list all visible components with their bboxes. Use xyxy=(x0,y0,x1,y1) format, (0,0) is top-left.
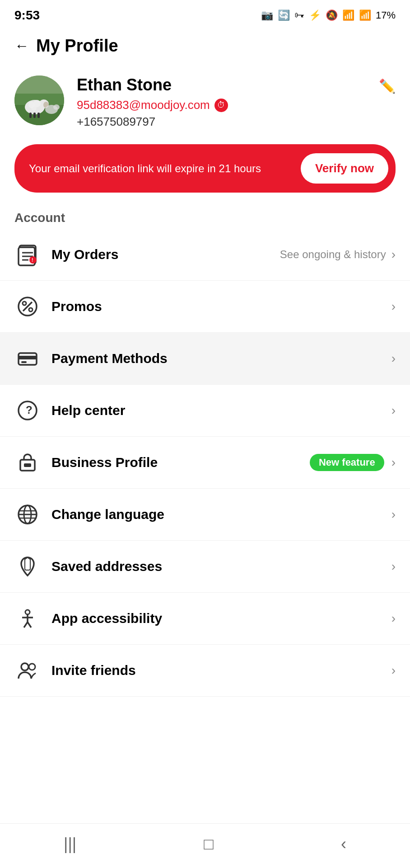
invite-icon xyxy=(14,657,41,684)
mute-icon: 🔕 xyxy=(326,9,338,21)
profile-phone: +16575089797 xyxy=(77,115,396,129)
language-label: Change language xyxy=(51,507,391,522)
accessibility-label: App accessibility xyxy=(51,611,391,626)
payment-chevron: › xyxy=(391,351,396,366)
svg-point-44 xyxy=(29,664,35,670)
menu-item-payment-methods[interactable]: Payment Methods › xyxy=(0,333,410,385)
nav-menu-button[interactable]: ||| xyxy=(64,835,76,854)
language-icon xyxy=(14,501,41,528)
svg-rect-7 xyxy=(33,113,36,118)
svg-point-24 xyxy=(29,308,33,311)
orders-label: My Orders xyxy=(51,247,280,262)
menu-item-saved-addresses[interactable]: Saved addresses › xyxy=(0,541,410,593)
profile-name: Ethan Stone xyxy=(77,75,396,94)
page-title: My Profile xyxy=(36,36,118,56)
signal-icon: 📶 xyxy=(359,9,371,21)
accessibility-chevron: › xyxy=(391,611,396,626)
menu-item-promos[interactable]: Promos › xyxy=(0,281,410,333)
verify-now-button[interactable]: Verify now xyxy=(301,153,388,184)
menu-item-help-center[interactable]: ? Help center › xyxy=(0,385,410,437)
payment-icon xyxy=(14,345,41,372)
business-icon xyxy=(14,449,41,476)
business-label: Business Profile xyxy=(51,455,310,470)
addresses-chevron: › xyxy=(391,559,396,574)
svg-line-42 xyxy=(28,622,31,627)
profile-section: Ethan Stone 95d88383@moodjoy.com ⏱ +1657… xyxy=(0,65,410,140)
svg-text:!: ! xyxy=(32,258,33,263)
clock-icon: ⏱ xyxy=(214,99,228,112)
status-icons: 📷 🔄 🗝 ⚡ 🔕 📶 📶 17% xyxy=(261,9,396,21)
business-chevron: › xyxy=(391,455,396,470)
profile-email: 95d88383@moodjoy.com xyxy=(77,98,210,112)
new-feature-badge: New feature xyxy=(310,454,384,471)
svg-text:?: ? xyxy=(26,404,33,416)
avatar xyxy=(14,75,64,125)
invite-chevron: › xyxy=(391,663,396,678)
help-label: Help center xyxy=(51,403,391,418)
svg-point-23 xyxy=(23,302,26,305)
svg-rect-27 xyxy=(21,361,27,363)
camera-icon: 📷 xyxy=(261,9,273,21)
promos-label: Promos xyxy=(51,299,391,314)
menu-item-app-accessibility[interactable]: App accessibility › xyxy=(0,593,410,645)
svg-rect-8 xyxy=(37,113,40,118)
battery-indicator: 17% xyxy=(376,9,396,21)
help-icon: ? xyxy=(14,397,41,424)
promos-icon xyxy=(14,293,41,320)
svg-rect-26 xyxy=(19,356,37,359)
svg-point-38 xyxy=(25,610,30,614)
orders-icon: ! xyxy=(14,241,41,268)
promos-chevron: › xyxy=(391,299,396,314)
verify-banner: Your email verification link will expire… xyxy=(14,144,396,193)
menu-item-business-profile[interactable]: Business Profile New feature › xyxy=(0,437,410,489)
orders-sublabel: See ongoing & history xyxy=(280,248,386,261)
svg-point-43 xyxy=(21,663,28,670)
sim-icon: 🔄 xyxy=(278,9,290,21)
svg-line-41 xyxy=(24,622,28,627)
svg-point-11 xyxy=(31,105,37,111)
account-section-label: Account xyxy=(0,202,410,229)
menu-item-my-orders[interactable]: ! My Orders See ongoing & history › xyxy=(0,229,410,281)
addresses-label: Saved addresses xyxy=(51,559,391,574)
profile-info: Ethan Stone 95d88383@moodjoy.com ⏱ +1657… xyxy=(77,75,396,129)
addresses-icon xyxy=(14,553,41,580)
menu-item-change-language[interactable]: Change language › xyxy=(0,489,410,541)
wifi-icon: 📶 xyxy=(342,9,354,21)
language-chevron: › xyxy=(391,507,396,522)
orders-chevron: › xyxy=(391,247,396,262)
svg-rect-31 xyxy=(24,463,31,467)
bottom-nav: ||| □ ‹ xyxy=(0,823,410,868)
svg-rect-6 xyxy=(29,113,32,118)
svg-line-22 xyxy=(23,302,32,311)
nav-home-button[interactable]: □ xyxy=(204,835,214,854)
accessibility-icon xyxy=(14,605,41,632)
menu-item-invite-friends[interactable]: Invite friends › xyxy=(0,645,410,697)
verify-message: Your email verification link will expire… xyxy=(29,161,301,176)
status-bar: 9:53 📷 🔄 🗝 ⚡ 🔕 📶 📶 17% xyxy=(0,0,410,27)
invite-label: Invite friends xyxy=(51,663,391,678)
bluetooth-icon: ⚡ xyxy=(309,9,321,21)
back-button[interactable]: ← xyxy=(14,38,29,54)
status-time: 9:53 xyxy=(14,8,40,23)
profile-email-row: 95d88383@moodjoy.com ⏱ xyxy=(77,98,396,112)
header: ← My Profile xyxy=(0,27,410,65)
svg-point-13 xyxy=(53,104,60,110)
edit-profile-button[interactable]: ✏️ xyxy=(379,78,396,94)
help-chevron: › xyxy=(391,403,396,418)
payment-label: Payment Methods xyxy=(51,351,391,366)
key-icon: 🗝 xyxy=(294,9,304,21)
nav-back-button[interactable]: ‹ xyxy=(341,835,346,854)
